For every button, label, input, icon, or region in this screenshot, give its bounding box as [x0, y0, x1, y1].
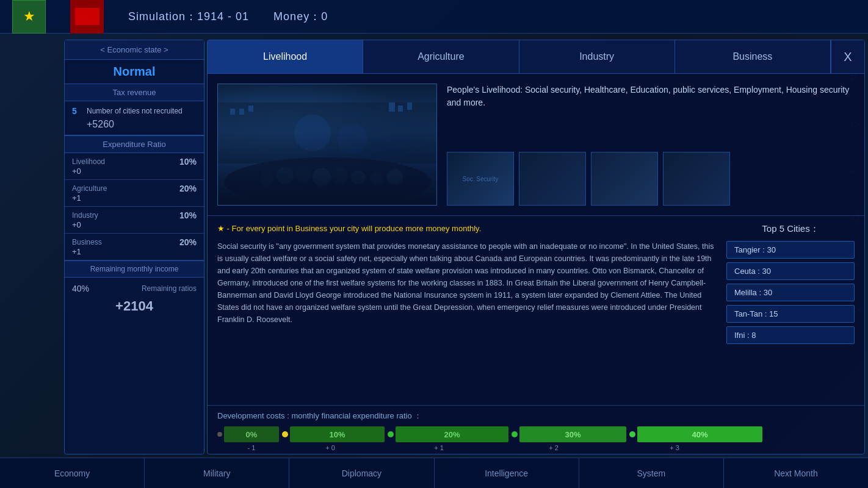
prog-bar-30: 30% — [519, 426, 626, 442]
ratio-pct-livelihood: 10% — [179, 157, 197, 167]
nav-economy[interactable]: Economy — [0, 458, 145, 488]
ratio-label-livelihood: Livelihood — [72, 157, 105, 166]
economic-state-header: < Economic state > — [65, 40, 204, 60]
city-item-2: Ceuta : 30 — [726, 262, 855, 280]
top-bar: ★ Simulation：1914 - 01 Money：0 — [0, 0, 868, 34]
ratio-label-industry: Industry — [72, 211, 98, 220]
ratio-label-business: Business — [72, 238, 102, 246]
progress-bars-row: 0% 10% 20% — [217, 426, 855, 442]
nav-military[interactable]: Military — [145, 458, 289, 488]
thumbnail-1[interactable]: Soc. Security — [447, 152, 514, 206]
prog-bar-20: 20% — [396, 426, 508, 442]
remaining-value: +2104 — [72, 298, 197, 314]
adjust-label-0[interactable]: - 1 — [224, 444, 279, 451]
star-button[interactable]: ★ — [12, 0, 46, 34]
star-note: ★ - For every point in Business your cit… — [217, 223, 717, 234]
prog-bar-40: 40% — [637, 426, 762, 442]
nav-diplomacy[interactable]: Diplomacy — [289, 458, 434, 488]
thumbnail-3[interactable] — [591, 152, 658, 206]
top-content: People's Livelihood: Social security, He… — [208, 74, 864, 216]
tab-livelihood[interactable]: Livelihood — [208, 40, 363, 73]
ratio-pct-industry: 10% — [179, 210, 197, 220]
adjust-label-2[interactable]: + 1 — [382, 444, 496, 451]
svg-rect-5 — [248, 106, 253, 112]
tax-revenue-header: Tax revenue — [65, 84, 204, 101]
tab-industry[interactable]: Industry — [519, 40, 675, 73]
text-section: ★ - For every point in Business your cit… — [217, 223, 717, 398]
ratio-pct-business: 20% — [179, 237, 197, 247]
prog-group-20: 20% — [388, 426, 508, 442]
adjust-label-4[interactable]: + 3 — [611, 444, 738, 451]
svg-rect-3 — [230, 109, 235, 115]
ratio-livelihood: Livelihood 10% +0 — [65, 153, 204, 180]
ratio-label-agriculture: Agriculture — [72, 184, 107, 193]
simulation-label: Simulation：1914 - 01 — [128, 9, 249, 24]
remaining-pct: 40% — [72, 284, 89, 293]
ratio-change-industry: +0 — [72, 220, 81, 229]
svg-rect-0 — [75, 8, 99, 16]
main-image — [217, 84, 437, 206]
tab-business[interactable]: Business — [675, 40, 831, 73]
body-text: Social security is "any government syste… — [217, 240, 717, 326]
prog-bar-0: 0% — [224, 426, 279, 442]
ratio-change-business: +1 — [72, 247, 81, 256]
dev-costs-section: Development costs : monthly financial ex… — [208, 405, 864, 454]
city-item-3: Melilla : 30 — [726, 284, 855, 301]
ratio-change-livelihood: +0 — [72, 167, 81, 176]
dot-green-40 — [629, 431, 635, 437]
thumbnail-row: Soc. Security — [447, 152, 855, 206]
thumbnail-4[interactable] — [663, 152, 730, 206]
dev-costs-label: Development costs : monthly financial ex… — [217, 411, 855, 422]
svg-rect-6 — [389, 102, 395, 112]
ratio-pct-agriculture: 20% — [179, 184, 197, 193]
remaining-header: Remaining monthly income — [65, 260, 204, 278]
economic-state-value: Normal — [65, 60, 204, 84]
expenditure-header: Expenditure Ratio — [65, 135, 204, 153]
svg-rect-7 — [398, 106, 403, 112]
ratio-business: Business 20% +1 — [65, 234, 204, 260]
city-item-5: Ifni : 8 — [726, 326, 855, 344]
top-right-info: People's Livelihood: Social security, He… — [447, 84, 855, 206]
prog-bar-10: 10% — [290, 426, 385, 442]
middle-content: ★ - For every point in Business your cit… — [208, 216, 864, 405]
dot-green-30 — [512, 431, 518, 437]
close-button[interactable]: X — [831, 40, 864, 73]
adjust-label-1[interactable]: + 0 — [282, 444, 378, 451]
svg-rect-1 — [75, 16, 99, 25]
prog-group-30: 30% — [512, 426, 626, 442]
dot-green-20 — [388, 431, 394, 437]
right-panel: Livelihood Agriculture Industry Business… — [207, 40, 865, 454]
nav-system[interactable]: System — [579, 458, 724, 488]
left-panel: < Economic state > Normal Tax revenue 5 … — [64, 40, 204, 454]
cities-text: Number of cities not recruited — [87, 106, 183, 117]
ratio-change-agriculture: +1 — [72, 193, 81, 203]
city-item-4: Tan-Tan : 15 — [726, 305, 855, 323]
money-label: Money：0 — [273, 9, 328, 24]
tabs-row: Livelihood Agriculture Industry Business… — [208, 40, 864, 74]
top5-title: Top 5 Cities： — [726, 223, 855, 235]
svg-rect-4 — [239, 109, 244, 115]
adjust-labels-row: - 1 + 0 + 1 + 2 + 3 — [217, 444, 855, 451]
cities-value: +5260 — [72, 119, 197, 130]
remaining-section: 40% Remaining ratios +2104 — [65, 278, 204, 320]
content-area: People's Livelihood: Social security, He… — [208, 74, 864, 454]
svg-rect-8 — [407, 102, 412, 110]
flag — [70, 0, 104, 34]
bottom-nav: Economy Military Diplomacy Intelligence … — [0, 458, 868, 488]
description-text: People's Livelihood: Social security, He… — [447, 84, 855, 145]
prog-group-10: 10% — [282, 426, 385, 442]
tab-agriculture[interactable]: Agriculture — [363, 40, 519, 73]
dot-yellow — [282, 431, 288, 437]
adjust-label-3[interactable]: + 2 — [499, 444, 608, 451]
cities-section: 5 Number of cities not recruited +5260 — [65, 101, 204, 135]
remaining-label: Remaining ratios — [142, 284, 197, 293]
top5-section: Top 5 Cities： Tangier : 30 Ceuta : 30 Me… — [726, 223, 855, 398]
main-dialog: < Economic state > Normal Tax revenue 5 … — [64, 40, 865, 454]
nav-intelligence[interactable]: Intelligence — [435, 458, 579, 488]
city-item-1: Tangier : 30 — [726, 241, 855, 259]
ratio-industry: Industry 10% +0 — [65, 207, 204, 234]
dot-0 — [217, 432, 222, 437]
thumbnail-2[interactable] — [519, 152, 586, 206]
prog-group-0: 0% — [217, 426, 279, 442]
nav-next-month[interactable]: Next Month — [724, 458, 868, 488]
